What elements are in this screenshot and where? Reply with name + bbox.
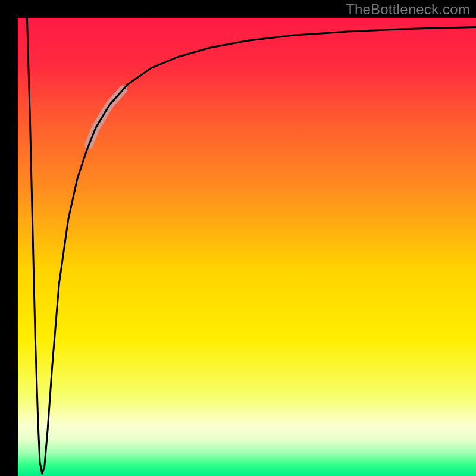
plot-frame [18, 18, 476, 476]
chart-container: TheBottleneck.com [0, 0, 476, 476]
watermark-text: TheBottleneck.com [346, 1, 470, 18]
plot-svg [18, 18, 476, 476]
gradient-background [18, 18, 476, 476]
